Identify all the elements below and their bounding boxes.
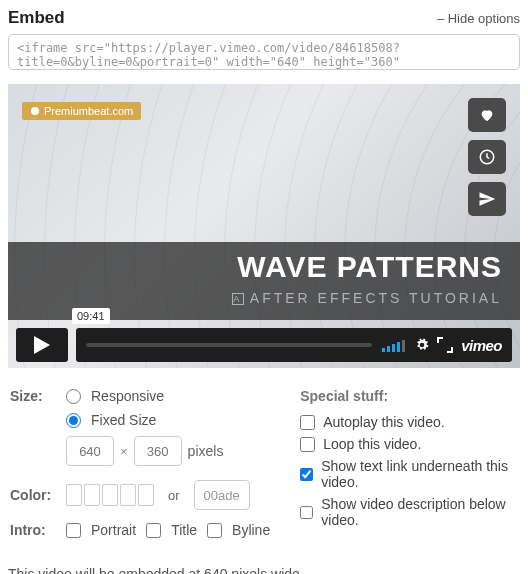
intro-label: Intro:	[10, 522, 56, 538]
settings-icon[interactable]	[415, 338, 429, 352]
pixels-label: pixels	[188, 443, 224, 459]
footer-note: This video will be embedded at 640 pixel…	[8, 566, 520, 574]
autoplay-checkbox[interactable]	[300, 415, 315, 430]
like-button[interactable]	[468, 98, 506, 132]
or-label: or	[168, 488, 180, 503]
duration-label: 09:41	[72, 308, 110, 324]
vimeo-logo[interactable]: vimeo	[461, 337, 502, 354]
share-button[interactable]	[468, 182, 506, 216]
description-checkbox[interactable]	[300, 505, 313, 520]
title-label: Title	[171, 522, 197, 538]
video-subtitle: AAFTER EFFECTS TUTORIAL	[26, 290, 502, 306]
portrait-label: Portrait	[91, 522, 136, 538]
svg-point-0	[31, 107, 39, 115]
responsive-radio[interactable]	[66, 389, 81, 404]
color-swatches[interactable]	[66, 484, 154, 506]
special-stuff-label: Special stuff:	[300, 388, 518, 404]
description-label: Show video description below video.	[321, 496, 518, 528]
size-label: Size:	[10, 388, 56, 404]
width-input[interactable]	[66, 436, 114, 466]
video-player[interactable]: Premiumbeat.com WAVE PATTERNS AAFTER EFF…	[8, 84, 520, 368]
embed-code-textarea[interactable]: <iframe src="https://player.vimeo.com/vi…	[8, 34, 520, 70]
watch-later-button[interactable]	[468, 140, 506, 174]
hide-options-link[interactable]: – Hide options	[437, 11, 520, 26]
loop-label: Loop this video.	[323, 436, 421, 452]
fullscreen-icon[interactable]	[439, 339, 451, 351]
fixed-size-radio[interactable]	[66, 413, 81, 428]
video-title: WAVE PATTERNS	[26, 250, 502, 284]
byline-label: Byline	[232, 522, 270, 538]
height-input[interactable]	[134, 436, 182, 466]
title-checkbox[interactable]	[146, 523, 161, 538]
fixed-size-label: Fixed Size	[91, 412, 156, 428]
progress-bar[interactable]: 09:41 vimeo	[76, 328, 512, 362]
color-label: Color:	[10, 487, 56, 503]
loop-checkbox[interactable]	[300, 437, 315, 452]
byline-checkbox[interactable]	[207, 523, 222, 538]
play-button[interactable]	[16, 328, 68, 362]
volume-icon[interactable]	[382, 338, 405, 352]
textlink-checkbox[interactable]	[300, 467, 313, 482]
responsive-label: Responsive	[91, 388, 164, 404]
textlink-label: Show text link underneath this video.	[321, 458, 518, 490]
color-hex-input[interactable]	[194, 480, 250, 510]
source-badge: Premiumbeat.com	[22, 102, 141, 120]
times-symbol: ×	[120, 444, 128, 459]
autoplay-label: Autoplay this video.	[323, 414, 444, 430]
page-title: Embed	[8, 8, 65, 28]
portrait-checkbox[interactable]	[66, 523, 81, 538]
